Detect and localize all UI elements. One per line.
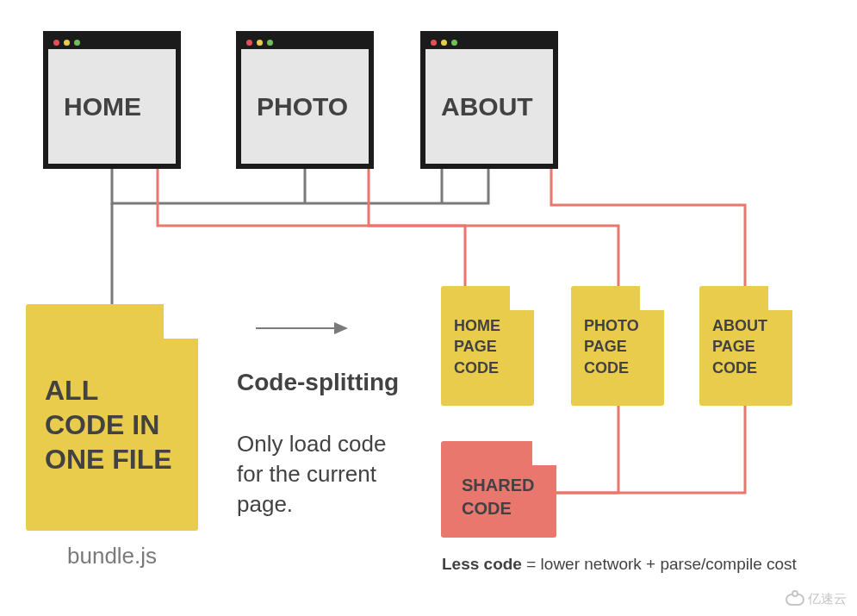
- minimize-icon: [257, 40, 263, 46]
- close-icon: [431, 40, 437, 46]
- close-icon: [246, 40, 252, 46]
- window-title-bar: [48, 36, 176, 49]
- watermark-text: 亿速云: [808, 591, 847, 607]
- arrow-icon: [256, 327, 346, 329]
- file-fold-icon: [768, 286, 792, 310]
- file-fold-icon: [510, 286, 534, 310]
- bundle-file-card: ALL CODE IN ONE FILE: [26, 304, 198, 531]
- bundle-filename-label: bundle.js: [67, 543, 157, 569]
- bundle-file-label: ALL CODE IN ONE FILE: [45, 375, 172, 475]
- chunk-card-shared: SHARED CODE: [441, 441, 556, 538]
- close-icon: [53, 40, 59, 46]
- minimize-icon: [441, 40, 447, 46]
- chunk-card-photo: PHOTO PAGE CODE: [571, 286, 664, 406]
- chunk-label: ABOUT PAGE CODE: [712, 317, 767, 376]
- page-title: HOME: [48, 49, 176, 164]
- cloud-icon: [786, 594, 804, 606]
- file-fold-icon: [164, 304, 198, 339]
- chunk-label: PHOTO PAGE CODE: [584, 317, 639, 376]
- file-fold-icon: [640, 286, 664, 310]
- page-title: PHOTO: [241, 49, 369, 164]
- footer-note-rest: = lower network + parse/compile cost: [522, 555, 797, 573]
- chunk-card-home: HOME PAGE CODE: [441, 286, 534, 406]
- maximize-icon: [451, 40, 457, 46]
- window-title-bar: [425, 36, 553, 49]
- app-window-photo: PHOTO: [236, 31, 374, 169]
- maximize-icon: [267, 40, 273, 46]
- chunk-label: HOME PAGE CODE: [454, 317, 500, 376]
- watermark: 亿速云: [786, 591, 847, 607]
- app-window-home: HOME: [43, 31, 181, 169]
- window-title-bar: [241, 36, 369, 49]
- app-window-about: ABOUT: [420, 31, 558, 169]
- maximize-icon: [74, 40, 80, 46]
- page-title: ABOUT: [425, 49, 553, 164]
- footer-note-bold: Less code: [442, 555, 522, 573]
- footer-note: Less code = lower network + parse/compil…: [442, 555, 797, 574]
- chunk-label: SHARED CODE: [462, 476, 534, 518]
- annotation-title: Code-splitting: [237, 369, 399, 396]
- chunk-card-about: ABOUT PAGE CODE: [699, 286, 792, 406]
- annotation-body: Only load code for the current page.: [237, 429, 418, 520]
- file-fold-icon: [532, 441, 556, 465]
- minimize-icon: [64, 40, 70, 46]
